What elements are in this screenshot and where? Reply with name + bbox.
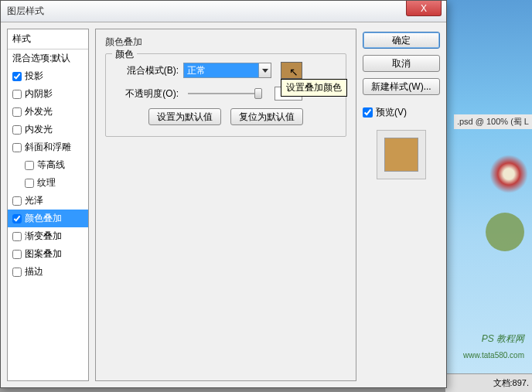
checkbox-outer-glow[interactable]: [12, 107, 22, 117]
checkbox-satin[interactable]: [12, 196, 22, 206]
style-item-texture[interactable]: 纹理: [8, 174, 88, 192]
preview-toggle-row: 预览(V): [363, 106, 440, 119]
layer-style-dialog: 图层样式 X 样式 混合选项:默认 投影 内阴影 外发光 内发光: [0, 0, 447, 388]
app-background: .psd @ 100% (蜀 L PS 教程网 www.tata580.com …: [445, 0, 532, 392]
style-label: 图案叠加: [25, 247, 62, 261]
blend-mode-label: 混合模式(B):: [115, 64, 179, 77]
opacity-slider-thumb[interactable]: [254, 88, 262, 99]
checkbox-stroke[interactable]: [12, 268, 22, 277]
preview-checkbox[interactable]: [363, 107, 373, 118]
preview-box: [377, 130, 426, 179]
checkbox-gradient-overlay[interactable]: [12, 232, 22, 241]
checkbox-contour[interactable]: [25, 161, 34, 170]
cursor-icon: ↖: [289, 66, 298, 78]
style-item-pattern-overlay[interactable]: 图案叠加: [8, 245, 88, 263]
overlay-color-swatch[interactable]: ↖: [281, 62, 302, 79]
titlebar[interactable]: 图层样式 X: [1, 1, 446, 22]
decorative-graphic: [486, 213, 524, 251]
style-item-satin[interactable]: 光泽: [8, 192, 88, 210]
checkbox-texture[interactable]: [25, 179, 34, 188]
style-label: 渐变叠加: [25, 230, 62, 243]
fieldset-legend: 颜色: [112, 48, 137, 61]
style-label: 斜面和浮雕: [25, 141, 71, 154]
decorative-graphic: [489, 155, 528, 193]
style-item-outer-glow[interactable]: 外发光: [8, 103, 88, 121]
status-bar: 文档:897.: [445, 373, 532, 392]
style-label: 内发光: [25, 123, 53, 136]
style-item-drop-shadow[interactable]: 投影: [8, 67, 88, 85]
style-item-bevel-emboss[interactable]: 斜面和浮雕: [8, 138, 88, 156]
style-label: 颜色叠加: [25, 212, 62, 225]
close-button[interactable]: X: [406, 1, 442, 16]
checkbox-drop-shadow[interactable]: [12, 72, 22, 81]
blend-mode-combo[interactable]: 正常: [183, 63, 271, 78]
canvas-title: .psd @ 100% (蜀 L: [454, 114, 532, 129]
checkbox-pattern-overlay[interactable]: [12, 250, 22, 259]
reset-default-button[interactable]: 复位为默认值: [230, 108, 303, 125]
section-title: 颜色叠加: [105, 36, 346, 49]
color-fieldset: 颜色 混合模式(B): 正常 ↖ 设置叠加颜色 不透明度(O):: [105, 53, 346, 137]
styles-list-panel: 样式 混合选项:默认 投影 内阴影 外发光 内发光 斜面和浮雕: [7, 29, 89, 381]
styles-header[interactable]: 样式: [8, 29, 88, 49]
blend-mode-dropdown-button[interactable]: [259, 63, 271, 78]
blending-options-item[interactable]: 混合选项:默认: [8, 49, 88, 67]
preview-swatch: [384, 138, 418, 172]
style-item-color-overlay[interactable]: 颜色叠加: [8, 210, 88, 227]
watermark-brand: PS 教程网: [482, 332, 524, 346]
style-item-gradient-overlay[interactable]: 渐变叠加: [8, 227, 88, 245]
cancel-button[interactable]: 取消: [363, 55, 440, 72]
dialog-title: 图层样式: [7, 5, 44, 18]
checkbox-inner-glow[interactable]: [12, 125, 22, 135]
chevron-down-icon: [262, 69, 268, 73]
new-style-button[interactable]: 新建样式(W)...: [363, 78, 440, 95]
checkbox-bevel-emboss[interactable]: [12, 143, 22, 152]
opacity-label: 不透明度(O):: [115, 87, 179, 101]
watermark-url: www.tata580.com: [463, 351, 524, 360]
dialog-buttons-panel: 确定 取消 新建样式(W)... 预览(V): [363, 29, 440, 381]
style-item-contour[interactable]: 等高线: [8, 156, 88, 174]
checkbox-inner-shadow[interactable]: [12, 90, 22, 99]
style-item-inner-shadow[interactable]: 内阴影: [8, 85, 88, 103]
set-default-button[interactable]: 设置为默认值: [148, 108, 221, 125]
style-label: 外发光: [25, 105, 53, 118]
style-label: 内阴影: [25, 87, 53, 101]
close-icon: X: [421, 3, 427, 14]
preview-label: 预览(V): [376, 106, 407, 119]
style-label: 描边: [25, 265, 43, 278]
settings-panel: 颜色叠加 颜色 混合模式(B): 正常 ↖ 设置叠加颜色: [95, 29, 356, 381]
style-item-stroke[interactable]: 描边: [8, 263, 88, 281]
checkbox-color-overlay[interactable]: [12, 214, 22, 223]
blend-mode-row: 混合模式(B): 正常 ↖ 设置叠加颜色: [115, 62, 336, 79]
style-label: 纹理: [37, 176, 56, 189]
style-label: 等高线: [37, 159, 65, 172]
color-swatch-tooltip: 设置叠加颜色: [281, 79, 347, 97]
style-label: 投影: [25, 70, 43, 83]
blend-mode-value[interactable]: 正常: [183, 63, 259, 78]
style-item-inner-glow[interactable]: 内发光: [8, 121, 88, 138]
ok-button[interactable]: 确定: [363, 32, 440, 49]
style-label: 光泽: [25, 194, 43, 207]
opacity-slider[interactable]: [188, 93, 262, 94]
